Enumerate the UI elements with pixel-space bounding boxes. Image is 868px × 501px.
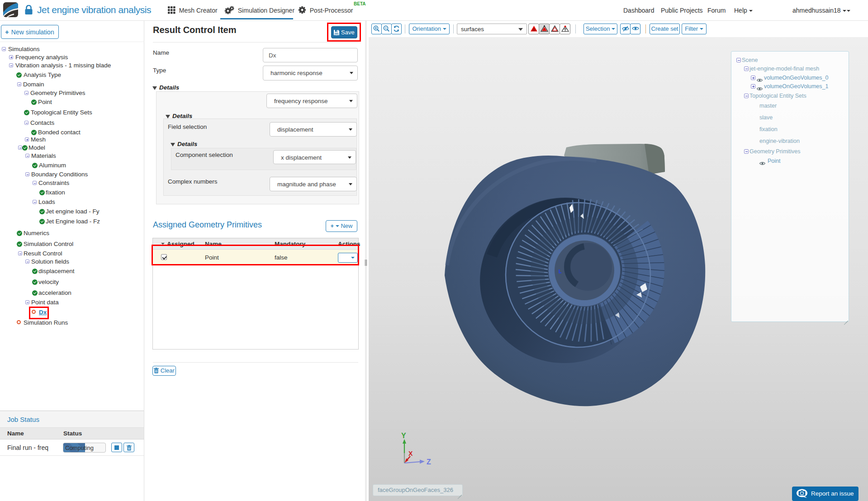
svg-text:Z: Z: [427, 458, 431, 466]
svg-text:X: X: [408, 450, 413, 457]
svg-text:Y: Y: [401, 432, 406, 440]
